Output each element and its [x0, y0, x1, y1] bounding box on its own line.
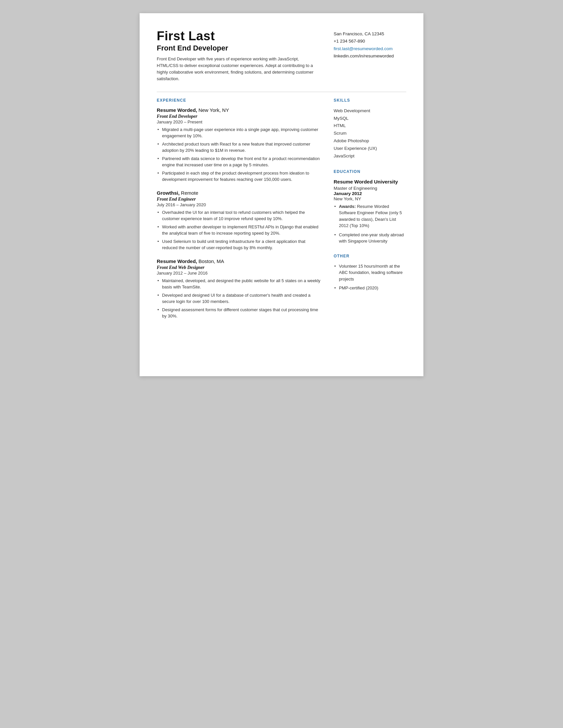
award-text-2: Completed one-year study abroad with Sin…	[339, 232, 404, 244]
candidate-summary: Front End Developer with five years of e…	[157, 56, 320, 83]
top-section: First Last Front End Developer Front End…	[157, 29, 406, 83]
education-heading: EDUCATION	[334, 169, 406, 174]
skill-item: Web Development	[334, 107, 406, 115]
candidate-name: First Last	[157, 29, 320, 43]
job-3-company: Resume Worded, Boston, MA	[157, 258, 320, 264]
contact-email: first.last@resumeworded.com	[334, 45, 406, 52]
awards-list: Awards: Resume Worded Software Engineer …	[334, 203, 406, 245]
skill-item: Scrum	[334, 130, 406, 137]
job-1-role: Front End Developer	[157, 114, 320, 119]
other-item-1: Volunteer 15 hours/month at the ABC foun…	[334, 263, 406, 282]
bullet-item: Used Selenium to build unit testing infr…	[157, 238, 320, 251]
job-block-1: Resume Worded, New York, NY Front End De…	[157, 107, 320, 183]
skills-heading: SKILLS	[334, 98, 406, 103]
award-item-1: Awards: Resume Worded Software Engineer …	[334, 203, 406, 229]
skills-section: SKILLS Web Development MySQL HTML Scrum …	[334, 98, 406, 160]
job-block-3: Resume Worded, Boston, MA Front End Web …	[157, 258, 320, 319]
award-item-2: Completed one-year study abroad with Sin…	[334, 232, 406, 245]
resume-paper: First Last Front End Developer Front End…	[140, 13, 423, 376]
skill-item: User Experience (UX)	[334, 145, 406, 152]
other-section: OTHER Volunteer 15 hours/month at the AB…	[334, 254, 406, 291]
education-section: EDUCATION Resume Worded University Maste…	[334, 169, 406, 245]
experience-column: EXPERIENCE Resume Worded, New York, NY F…	[157, 98, 334, 327]
bullet-item: Partnered with data science to develop t…	[157, 155, 320, 168]
job-2-company-bold: Growthsi,	[157, 190, 180, 196]
bullet-item: Developed and designed UI for a database…	[157, 292, 320, 305]
other-heading: OTHER	[334, 254, 406, 258]
skills-list: Web Development MySQL HTML Scrum Adobe P…	[334, 107, 406, 160]
main-content: EXPERIENCE Resume Worded, New York, NY F…	[157, 98, 406, 327]
contact-location: San Francisco, CA 12345	[334, 30, 406, 38]
job-2-company-normal: Remote	[180, 190, 198, 196]
bullet-item: Designed assessment forms for different …	[157, 307, 320, 319]
top-left: First Last Front End Developer Front End…	[157, 29, 334, 83]
skill-item: Adobe Photoshop	[334, 137, 406, 145]
job-2-role: Front End Engineer	[157, 197, 320, 202]
job-3-role: Front End Web Designer	[157, 265, 320, 270]
section-divider	[157, 92, 406, 92]
skill-item: JavaScript	[334, 152, 406, 160]
skill-item: MySQL	[334, 115, 406, 122]
job-2-company: Growthsi, Remote	[157, 190, 320, 196]
skill-item: HTML	[334, 122, 406, 130]
bullet-item: Participated in each step of the product…	[157, 170, 320, 183]
contact-phone: +1 234 567-890	[334, 38, 406, 45]
experience-heading: EXPERIENCE	[157, 98, 320, 103]
job-1-company: Resume Worded, New York, NY	[157, 107, 320, 113]
job-block-2: Growthsi, Remote Front End Engineer July…	[157, 190, 320, 251]
bullet-item: Migrated a multi-page user experience in…	[157, 126, 320, 139]
contact-info: San Francisco, CA 12345 +1 234 567-890 f…	[334, 29, 406, 60]
candidate-title: Front End Developer	[157, 44, 320, 52]
bullet-item: Worked with another developer to impleme…	[157, 224, 320, 237]
job-2-dates: July 2016 – January 2020	[157, 202, 320, 207]
bullet-item: Maintained, developed, and designed the …	[157, 278, 320, 290]
email-link[interactable]: first.last@resumeworded.com	[334, 46, 393, 51]
edu-block-1: Resume Worded University Master of Engin…	[334, 179, 406, 245]
job-3-company-bold: Resume Worded,	[157, 258, 197, 264]
job-3-company-normal: Boston, MA	[197, 258, 224, 264]
job-3-bullets: Maintained, developed, and designed the …	[157, 278, 320, 319]
job-3-dates: January 2012 – June 2016	[157, 271, 320, 276]
edu-date: January 2012	[334, 191, 406, 196]
edu-school: Resume Worded University	[334, 179, 406, 185]
contact-linkedin: linkedin.com/in/resumeworded	[334, 52, 406, 60]
award-bold-1: Awards:	[339, 204, 356, 209]
job-2-bullets: Overhauled the UI for an internal tool t…	[157, 209, 320, 251]
edu-degree: Master of Engineering	[334, 186, 406, 191]
right-column: SKILLS Web Development MySQL HTML Scrum …	[334, 98, 406, 327]
other-item-2: PMP-certified (2020)	[334, 285, 406, 291]
bullet-item: Architected product tours with React for…	[157, 141, 320, 154]
job-1-company-bold: Resume Worded,	[157, 107, 197, 113]
other-list: Volunteer 15 hours/month at the ABC foun…	[334, 263, 406, 291]
job-1-bullets: Migrated a multi-page user experience in…	[157, 126, 320, 183]
edu-location: New York, NY	[334, 196, 406, 201]
job-1-company-normal: New York, NY	[197, 107, 229, 113]
bullet-item: Overhauled the UI for an internal tool t…	[157, 209, 320, 222]
job-1-dates: January 2020 – Present	[157, 119, 320, 124]
